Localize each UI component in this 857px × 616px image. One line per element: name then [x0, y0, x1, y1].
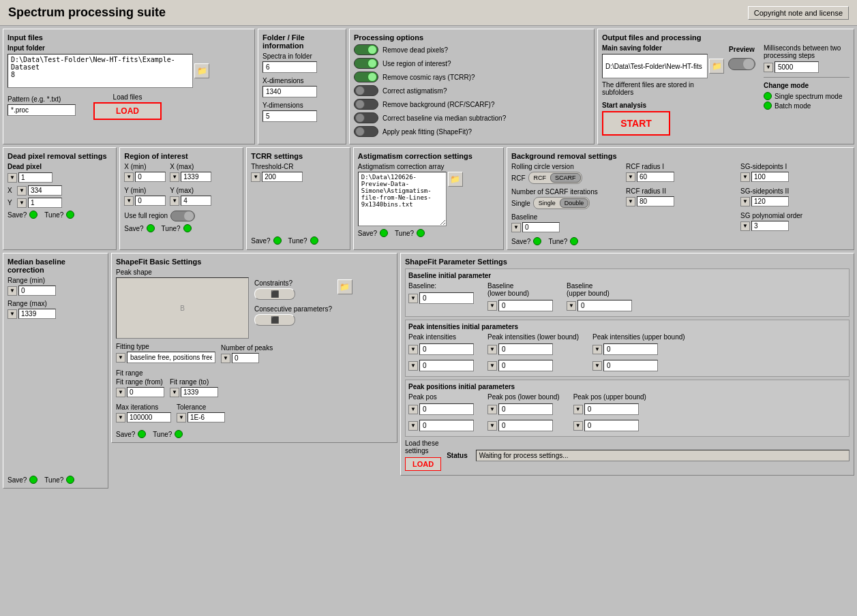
- x-max-spinner-down[interactable]: ▼: [170, 172, 179, 182]
- peak-pos2-input[interactable]: [419, 420, 474, 431]
- shapefit-browse-button[interactable]: 📁: [337, 279, 352, 294]
- input-folder-browse-button[interactable]: 📁: [194, 63, 209, 78]
- fit-range-from-spinner-down[interactable]: ▼: [116, 388, 125, 397]
- x-min-input[interactable]: [135, 172, 166, 182]
- load-settings-button[interactable]: LOAD: [405, 457, 441, 471]
- baseline-lower-spinner-down[interactable]: ▼: [487, 301, 497, 311]
- toggle-astigmatism[interactable]: [354, 85, 378, 96]
- pattern-input[interactable]: [7, 104, 76, 116]
- fitting-type-spinner-down[interactable]: ▼: [116, 353, 125, 363]
- sg2-spinner-down[interactable]: ▼: [740, 197, 750, 206]
- dead-pixel-y-input[interactable]: [28, 198, 62, 208]
- range-max-input[interactable]: [18, 309, 56, 319]
- y-max-spinner-down[interactable]: ▼: [170, 196, 179, 206]
- baseline-spinner-down[interactable]: ▼: [511, 223, 521, 232]
- peak-int-lower-spinner-down[interactable]: ▼: [487, 345, 497, 354]
- peak-pos-input[interactable]: [419, 403, 474, 415]
- range-min-input[interactable]: [18, 286, 56, 296]
- threshold-spinner-down[interactable]: ▼: [251, 172, 260, 182]
- full-region-toggle[interactable]: [170, 211, 195, 221]
- toggle-baseline[interactable]: [354, 112, 378, 123]
- tolerance-input[interactable]: [187, 412, 225, 422]
- peak-int-lower-input[interactable]: [498, 343, 553, 355]
- peak-int-upper2-spinner-down[interactable]: ▼: [592, 361, 602, 371]
- dead-pixel-y-spinner-down[interactable]: ▼: [17, 198, 27, 208]
- x-max-input[interactable]: [181, 172, 211, 182]
- sg-poly-input[interactable]: [751, 221, 789, 231]
- rcf-scarf-toggle[interactable]: RCF SCARF: [528, 172, 582, 184]
- num-peaks-spinner-down[interactable]: ▼: [221, 354, 230, 363]
- main-folder-browse-button[interactable]: 📁: [709, 59, 724, 74]
- sg1-spinner-down[interactable]: ▼: [740, 172, 750, 182]
- peak-pos-lower-input[interactable]: [498, 403, 553, 415]
- astigmatism-array-input[interactable]: D:\Data\120626-Preview-Data-Simone\Astig…: [358, 172, 447, 226]
- input-folder-field[interactable]: D:\Data\Test-Folder\New-HT-fits\Example-…: [7, 54, 193, 88]
- fit-range-from-input[interactable]: [127, 387, 164, 397]
- sg1-input[interactable]: [751, 172, 789, 182]
- preview-toggle[interactable]: [728, 58, 755, 70]
- y-max-input[interactable]: [181, 196, 211, 206]
- spectra-in-folder-input[interactable]: [262, 61, 317, 73]
- main-folder-input[interactable]: [602, 54, 708, 78]
- baseline-upper-spinner-down[interactable]: ▼: [567, 301, 576, 311]
- toggle-roi[interactable]: [354, 58, 378, 69]
- ms-input[interactable]: [775, 61, 819, 73]
- toggle-peak-fit[interactable]: [354, 126, 378, 137]
- rcf1-input[interactable]: [637, 172, 674, 182]
- y-min-input[interactable]: [135, 196, 166, 206]
- peak-int-upper2-input[interactable]: [603, 360, 658, 371]
- peak-int-input[interactable]: [419, 343, 474, 355]
- max-iter-input[interactable]: [127, 412, 171, 422]
- start-button[interactable]: START: [602, 111, 670, 136]
- peak-int2-input[interactable]: [419, 360, 474, 371]
- baseline-input[interactable]: [522, 222, 560, 232]
- peak-pos-spinner-down[interactable]: ▼: [408, 405, 418, 414]
- rcf2-input[interactable]: [637, 196, 674, 206]
- fitting-type-input[interactable]: [127, 352, 215, 363]
- rcf1-spinner-down[interactable]: ▼: [626, 172, 635, 182]
- peak-pos-lower2-spinner-down[interactable]: ▼: [487, 421, 497, 431]
- copyright-button[interactable]: Copyright note and license: [748, 6, 849, 20]
- peak-pos-lower-spinner-down[interactable]: ▼: [487, 405, 497, 414]
- peak-pos-upper2-spinner-down[interactable]: ▼: [573, 421, 583, 431]
- num-peaks-input[interactable]: [232, 353, 259, 363]
- y-min-spinner-down[interactable]: ▼: [124, 196, 134, 206]
- baseline-upper-input[interactable]: [577, 300, 632, 311]
- max-iter-spinner-down[interactable]: ▼: [116, 413, 125, 422]
- peak-pos-upper-input[interactable]: [584, 403, 639, 415]
- baseline-val-spinner-down[interactable]: ▼: [408, 294, 418, 303]
- fit-range-to-spinner-down[interactable]: ▼: [170, 388, 179, 397]
- fit-range-to-input[interactable]: [181, 387, 218, 397]
- peak-pos-lower2-input[interactable]: [498, 420, 553, 431]
- load-files-button[interactable]: LOAD: [93, 102, 162, 120]
- peak-int-lower2-spinner-down[interactable]: ▼: [487, 361, 497, 371]
- single-double-toggle[interactable]: Single Double: [533, 197, 590, 209]
- peak-int-spinner-down[interactable]: ▼: [408, 345, 418, 354]
- toggle-dead-pixels[interactable]: [354, 44, 378, 55]
- y-dimensions-input[interactable]: [262, 110, 317, 122]
- baseline-lower-input[interactable]: [498, 300, 553, 311]
- peak-pos-upper-spinner-down[interactable]: ▼: [573, 405, 583, 414]
- baseline-val-input[interactable]: [419, 292, 474, 304]
- peak-int-upper-input[interactable]: [603, 343, 658, 355]
- rcf2-spinner-down[interactable]: ▼: [626, 197, 635, 206]
- sg-poly-spinner-down[interactable]: ▼: [740, 221, 750, 231]
- peak-int2-spinner-down[interactable]: ▼: [408, 361, 418, 371]
- dead-pixel-x-input[interactable]: [28, 185, 62, 196]
- constraints-toggle[interactable]: ⬛: [254, 288, 295, 300]
- dead-pixel-spinner-down[interactable]: ▼: [7, 173, 17, 183]
- toggle-background[interactable]: [354, 99, 378, 110]
- peak-pos2-spinner-down[interactable]: ▼: [408, 421, 418, 431]
- consecutive-toggle[interactable]: ⬛: [254, 314, 295, 326]
- range-min-spinner-down[interactable]: ▼: [7, 286, 17, 296]
- threshold-input[interactable]: [262, 172, 303, 182]
- x-dimensions-input[interactable]: [262, 86, 317, 97]
- dead-pixel-x-spinner-down[interactable]: ▼: [17, 186, 27, 196]
- peak-int-lower2-input[interactable]: [498, 360, 553, 371]
- tolerance-spinner-down[interactable]: ▼: [177, 413, 186, 422]
- peak-pos-upper2-input[interactable]: [584, 420, 639, 431]
- astigmatism-browse-button[interactable]: 📁: [448, 172, 463, 187]
- sg2-input[interactable]: [751, 196, 789, 206]
- dead-pixel-value-input[interactable]: [18, 172, 52, 183]
- peak-int-upper-spinner-down[interactable]: ▼: [592, 345, 602, 354]
